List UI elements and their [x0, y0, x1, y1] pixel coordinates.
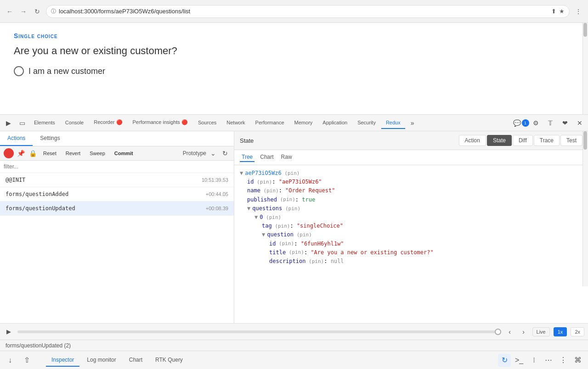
tree-id-colon: :	[272, 178, 278, 186]
filter-input[interactable]	[4, 163, 230, 170]
terminal-button[interactable]: >_	[513, 354, 526, 367]
expand-root[interactable]: ▼	[240, 169, 243, 178]
tree-root: ▼ aeP73iO5Wz6 (pin)	[240, 169, 582, 178]
live-button[interactable]: Live	[532, 327, 550, 336]
chat-icon: 💬	[513, 119, 521, 127]
tree-id-key: id	[247, 178, 254, 186]
tab-redux[interactable]: Redux	[381, 117, 405, 129]
revert-button[interactable]: Revert	[62, 149, 84, 157]
action-item-question-added[interactable]: forms/questionAdded +00:44.05	[0, 187, 234, 201]
tree-root-key: aeP73iO5Wz6	[245, 169, 281, 178]
tab-security[interactable]: Security	[353, 117, 380, 129]
tab-log-monitor[interactable]: Log monitor	[81, 354, 121, 367]
refresh-button[interactable]: ↻	[220, 148, 230, 158]
tab-console[interactable]: Console	[61, 117, 88, 129]
lock-button[interactable]: 🔒	[28, 148, 38, 158]
tab-recorder[interactable]: Recorder 🔴	[89, 117, 127, 129]
more-tabs-button[interactable]: »	[406, 117, 419, 129]
address-bar[interactable]: ⓘ localhost:3000/forms/aeP73iO5Wz6/quest…	[46, 5, 570, 18]
record-button[interactable]	[4, 148, 14, 158]
radio-option[interactable]: I am a new customer	[14, 66, 574, 76]
twitter-icon[interactable]: 𝕋	[544, 117, 557, 129]
tab-performance[interactable]: Performance	[251, 117, 289, 129]
back-button[interactable]: ←	[5, 6, 15, 17]
device-toggle-button[interactable]: ▭	[16, 117, 28, 129]
tab-inspector[interactable]: Inspector	[46, 354, 79, 367]
action-item-question-updated[interactable]: forms/questionUpdated +00:08.39	[0, 201, 234, 216]
page-content: Single choice Are you a new or existing …	[0, 23, 588, 115]
timeline-thumb[interactable]	[495, 329, 501, 335]
expand-questions[interactable]: ▼	[247, 204, 250, 213]
tree-title-key: title	[269, 248, 286, 257]
settings-button[interactable]: ⚙	[529, 117, 542, 129]
wifi-button[interactable]: ⌘	[571, 354, 584, 367]
tab-network[interactable]: Network	[222, 117, 249, 129]
tab-elements[interactable]: Elements	[29, 117, 60, 129]
tab-trace[interactable]: Trace	[534, 135, 560, 146]
tab-state[interactable]: State	[487, 135, 512, 146]
tab-notification-button[interactable]: 💬 1	[514, 117, 527, 129]
grid-button-3[interactable]: ⋮	[557, 354, 570, 367]
element-picker-button[interactable]: ▶	[2, 117, 15, 129]
pin-button[interactable]: 📌	[16, 148, 26, 158]
tab-memory[interactable]: Memory	[290, 117, 317, 129]
radio-circle[interactable]	[14, 66, 24, 76]
speed-1x-button[interactable]: 1x	[554, 327, 567, 336]
prototype-label: Prototype	[183, 150, 206, 157]
subtab-raw[interactable]: Raw	[279, 153, 294, 162]
sync-button[interactable]: ↻	[498, 354, 511, 367]
grid-button-1[interactable]: ⁝	[527, 354, 540, 367]
bottom-tools: ↓ ⇧ Inspector Log monitor Chart RTK Quer…	[0, 351, 588, 369]
chrome-menu-button[interactable]: ⋮	[573, 6, 583, 17]
tab-actions[interactable]: Actions	[0, 131, 33, 146]
tree-desc-pin: (pin)	[305, 257, 324, 266]
bookmark-icon[interactable]: ★	[559, 8, 565, 15]
tab-chart[interactable]: Chart	[124, 354, 148, 367]
upload-button[interactable]: ⇧	[20, 354, 33, 367]
devtools-topbar: ▶ ▭ Elements Console Recorder 🔴 Performa…	[0, 115, 588, 131]
state-tabs: Action State Diff Trace Test	[459, 135, 582, 146]
grid-button-2[interactable]: ⋯	[542, 354, 555, 367]
expand-question[interactable]: ▼	[262, 230, 265, 239]
subtab-tree[interactable]: Tree	[240, 153, 254, 162]
subtab-chart[interactable]: Chart	[258, 153, 275, 162]
action-name-init: @@INIT	[6, 177, 25, 183]
action-item-init[interactable]: @@INIT 10:51:39.53	[0, 173, 234, 187]
tab-settings[interactable]: Settings	[33, 131, 67, 146]
close-devtools-button[interactable]: ✕	[573, 117, 586, 129]
timeline-bar[interactable]	[17, 330, 501, 333]
page-scrollbar[interactable]	[582, 23, 588, 114]
expand-q0[interactable]: ▼	[254, 213, 258, 222]
tree-name: name (pin) : "Order Request"	[240, 186, 582, 195]
actions-tabs: Actions Settings	[0, 131, 234, 146]
tab-diff[interactable]: Diff	[513, 135, 533, 146]
download-button[interactable]: ↓	[4, 354, 17, 367]
play-button[interactable]: ▶	[4, 327, 14, 337]
tab-sources[interactable]: Sources	[193, 117, 221, 129]
action-name-question-updated: forms/questionUpdated	[6, 205, 75, 212]
tab-action[interactable]: Action	[459, 135, 486, 146]
reset-button[interactable]: Reset	[40, 149, 60, 157]
reload-button[interactable]: ↻	[32, 6, 42, 17]
heart-icon[interactable]: ❤	[559, 117, 571, 129]
action-time-init: 10:51:39.53	[202, 177, 228, 183]
state-scrollbar[interactable]	[582, 131, 588, 286]
share-icon[interactable]: ⬆	[551, 8, 556, 15]
prototype-chevron[interactable]: ⌄	[208, 148, 218, 158]
forward-button[interactable]: →	[18, 6, 28, 17]
tab-rtk-query[interactable]: RTK Query	[150, 354, 188, 367]
tree-published: published (pin) : true	[240, 196, 582, 204]
main-area: Single choice Are you a new or existing …	[0, 23, 588, 369]
speed-2x-button[interactable]: 2x	[571, 327, 584, 336]
tree-q0-pin: (pin)	[263, 213, 281, 222]
tab-performance-insights[interactable]: Performance insights 🔴	[128, 117, 192, 129]
next-action-button[interactable]: ›	[519, 327, 529, 337]
scrollbar-thumb[interactable]	[583, 23, 587, 37]
prev-action-button[interactable]: ‹	[505, 327, 515, 337]
commit-button[interactable]: Commit	[111, 149, 137, 157]
sweep-button[interactable]: Sweep	[86, 149, 109, 157]
tab-test[interactable]: Test	[560, 135, 582, 146]
state-scrollbar-thumb[interactable]	[583, 131, 587, 150]
actions-panel: Actions Settings 📌 🔒 Reset Revert Sweep …	[0, 131, 234, 323]
tab-application[interactable]: Application	[318, 117, 352, 129]
